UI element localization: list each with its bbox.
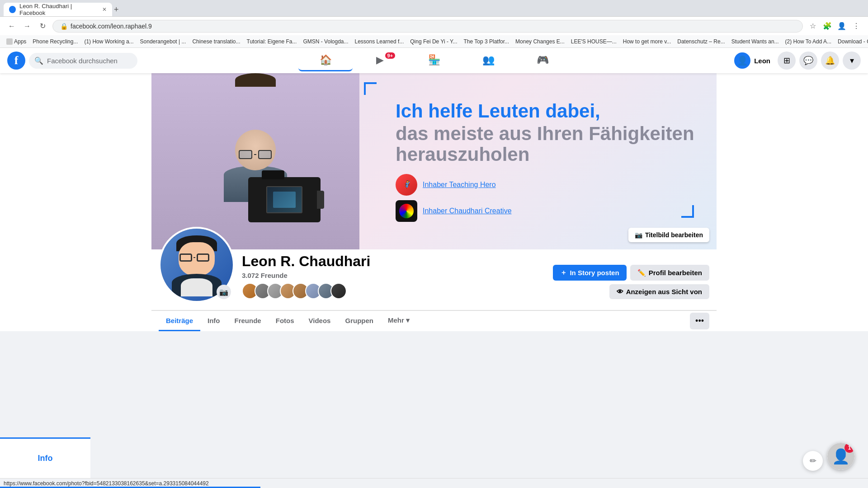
extensions-icon[interactable]: 🧩 xyxy=(821,20,834,33)
edit-profile-button[interactable]: ✏️ Profil bearbeiten xyxy=(630,265,709,281)
compose-button[interactable]: ✏ xyxy=(803,451,823,471)
pencil-icon: ✏️ xyxy=(637,269,646,277)
messenger-btn[interactable]: 💬 xyxy=(799,52,817,70)
tabs-more-area: ••• xyxy=(690,313,709,329)
tab-fotos[interactable]: Fotos xyxy=(269,311,302,331)
tab-mehr-label: Mehr ▾ xyxy=(388,316,410,324)
user-name: Leon xyxy=(754,57,770,65)
cover-company-2[interactable]: Inhaber Chaudhari Creative xyxy=(396,200,698,222)
search-box[interactable]: 🔍 xyxy=(29,53,137,69)
profile-icon[interactable]: 👤 xyxy=(835,20,848,33)
back-button[interactable]: ← xyxy=(5,20,18,33)
bookmark-13[interactable]: Datenschutz – Re... xyxy=(675,38,727,46)
bookmark-3[interactable]: Sonderangebot | ... xyxy=(137,38,189,46)
plus-icon: ＋ xyxy=(560,268,567,277)
browser-tab[interactable]: Leon R. Chaudhari | Facebook ✕ xyxy=(4,3,112,16)
bookmark-14[interactable]: Student Wants an... xyxy=(729,38,782,46)
tab-mehr[interactable]: Mehr ▾ xyxy=(381,311,417,331)
nav-watch[interactable]: ▶ 9+ xyxy=(353,50,407,71)
edit-label: Profil bearbeiten xyxy=(649,269,702,277)
nav-groups[interactable]: 👥 xyxy=(461,50,515,71)
info-label: Info xyxy=(38,454,53,463)
camera-edit-icon: 📷 xyxy=(219,288,228,296)
chat-button[interactable]: 👤 1 xyxy=(827,443,854,470)
search-icon: 🔍 xyxy=(34,56,43,65)
bookmark-12[interactable]: How to get more v... xyxy=(620,38,674,46)
reload-button[interactable]: ↻ xyxy=(36,20,49,33)
apps-grid-btn[interactable]: ⊞ xyxy=(778,52,796,70)
menu-icon[interactable]: ⋮ xyxy=(850,20,863,33)
messenger-icon: 💬 xyxy=(803,56,813,66)
profile-name: Leon R. Chaudhari xyxy=(242,253,546,270)
address-bar[interactable]: 🔒 facebook.com/leon.raphael.9 xyxy=(52,20,803,33)
browser-toolbar-icons: ☆ 🧩 👤 ⋮ xyxy=(807,20,863,33)
bookmark-8[interactable]: Qing Fei De Yi - Y... xyxy=(407,38,460,46)
tab-videos[interactable]: Videos xyxy=(302,311,338,331)
tab-favicon xyxy=(9,6,16,13)
user-avatar: 👤 xyxy=(734,52,750,69)
chaudhari-logo xyxy=(396,200,417,222)
tab-freunde-label: Freunde xyxy=(235,317,261,324)
cover-area: Ich helfe Leuten dabei, das meiste aus I… xyxy=(151,73,717,331)
bookmark-10[interactable]: Money Changes E... xyxy=(513,38,567,46)
bookmark-apps[interactable]: Apps xyxy=(4,38,29,46)
tab-beitraege-label: Beiträge xyxy=(166,317,193,324)
bookmark-5[interactable]: Tutorial: Eigene Fa... xyxy=(244,38,300,46)
profile-info-row: 📷 Leon R. Chaudhari 3.072 Freunde xyxy=(159,249,709,303)
tab-freunde[interactable]: Freunde xyxy=(227,311,269,331)
nav-home[interactable]: 🏠 xyxy=(298,50,353,71)
tab-gruppen-label: Gruppen xyxy=(345,317,373,324)
lock-icon: 🔒 xyxy=(60,23,68,30)
bookmark-icon[interactable]: ☆ xyxy=(807,20,819,33)
cover-text-area: Ich helfe Leuten dabei, das meiste aus I… xyxy=(359,87,717,236)
bookmark-9[interactable]: The Top 3 Platfor... xyxy=(461,38,512,46)
bookmark-1[interactable]: Phone Recycling... xyxy=(30,38,80,46)
user-profile-btn[interactable]: 👤 Leon xyxy=(731,51,774,70)
url-text: facebook.com/leon.raphael.9 xyxy=(71,23,152,30)
tab-gruppen[interactable]: Gruppen xyxy=(338,311,381,331)
facebook-navbar: f 🔍 🏠 ▶ 9+ 🏪 👥 🎮 xyxy=(0,48,868,73)
search-input[interactable] xyxy=(47,57,132,65)
bookmark-7[interactable]: Lessons Learned f... xyxy=(352,38,407,46)
tabs-more-button[interactable]: ••• xyxy=(690,313,709,329)
avatar-edit-button[interactable]: 📷 xyxy=(217,285,231,299)
cover-company-1[interactable]: 🦸 Inhaber Teaching Hero xyxy=(396,174,698,196)
browser-nav-buttons: ← → ↻ xyxy=(5,20,49,33)
bracket-bottom-right xyxy=(681,205,694,218)
bookmark-2[interactable]: (1) How Working a... xyxy=(81,38,136,46)
tab-title: Leon R. Chaudhari | Facebook xyxy=(19,3,95,16)
nav-center: 🏠 ▶ 9+ 🏪 👥 🎮 xyxy=(137,50,731,71)
teaching-hero-logo: 🦸 xyxy=(396,174,417,196)
bookmark-4[interactable]: Chinese translatio... xyxy=(189,38,243,46)
edit-cover-button[interactable]: 📷 Titelbild bearbeiten xyxy=(628,228,709,242)
view-as-button[interactable]: 👁 Anzeigen aus Sicht von xyxy=(609,284,709,299)
story-label: In Story posten xyxy=(570,269,619,277)
bookmark-16[interactable]: Download - Cooki... xyxy=(835,38,868,46)
bookmark-11[interactable]: LEE'S HOUSE—... xyxy=(568,38,619,46)
profile-tabs: Beiträge Info Freunde Fotos Videos Grupp… xyxy=(151,310,717,331)
chat-badge: 1 xyxy=(844,443,854,453)
bookmark-6[interactable]: GMSN - Vologda... xyxy=(300,38,351,46)
friend-avatar-8 xyxy=(330,283,347,299)
tab-beitraege[interactable]: Beiträge xyxy=(159,311,200,331)
friends-avatars xyxy=(242,283,546,299)
forward-button[interactable]: → xyxy=(21,20,33,33)
account-menu-btn[interactable]: ▾ xyxy=(843,52,861,70)
facebook-app: f 🔍 🏠 ▶ 9+ 🏪 👥 🎮 xyxy=(0,48,868,331)
add-story-button[interactable]: ＋ In Story posten xyxy=(553,265,626,281)
apps-favicon xyxy=(6,38,13,45)
nav-gaming[interactable]: 🎮 xyxy=(515,50,570,71)
facebook-logo[interactable]: f xyxy=(7,52,25,70)
bookmark-15[interactable]: (2) How To Add A... xyxy=(783,38,835,46)
nav-marketplace[interactable]: 🏪 xyxy=(407,50,461,71)
new-tab-button[interactable]: + xyxy=(114,5,119,14)
camera-icon: 📷 xyxy=(635,231,642,239)
friends-count[interactable]: 3.072 Freunde xyxy=(242,272,546,279)
notifications-btn[interactable]: 🔔 xyxy=(821,52,839,70)
action-row-2: 👁 Anzeigen aus Sicht von xyxy=(609,284,709,299)
info-tab-panel: Info xyxy=(0,437,90,478)
bell-icon: 🔔 xyxy=(825,56,835,66)
status-bar: https://www.facebook.com/photo?fbid=5482… xyxy=(0,478,868,488)
tab-info[interactable]: Info xyxy=(200,311,227,331)
tab-close-btn[interactable]: ✕ xyxy=(102,6,107,13)
